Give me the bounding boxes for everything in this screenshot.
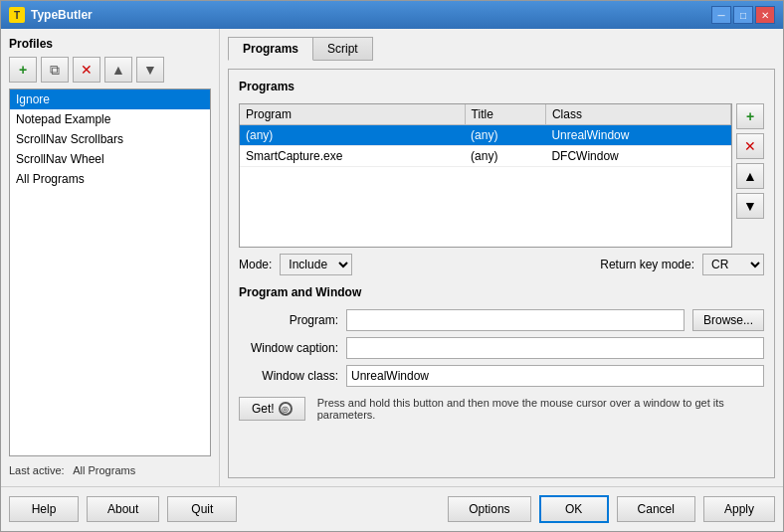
last-active: Last active: All Programs [9, 462, 211, 478]
programs-section-title: Programs [239, 80, 764, 93]
ok-button[interactable]: OK [539, 495, 609, 523]
program-window-section: Program and Window Program: Browse... Wi… [239, 285, 764, 421]
tab-content: Programs Program Title Class [228, 69, 775, 478]
tab-programs[interactable]: Programs [228, 37, 313, 61]
move-up-program-button[interactable]: ▲ [736, 163, 764, 189]
programs-table-area: Program Title Class (any) (any) [239, 103, 764, 248]
delete-profile-button[interactable]: ✕ [73, 57, 100, 83]
bottom-bar: Help About Quit Options OK Cancel Apply [1, 486, 783, 531]
title-bar-controls: ─ □ ✕ [711, 6, 775, 24]
table-buttons: + ✕ ▲ ▼ [736, 103, 764, 248]
copy-icon: ⧉ [50, 62, 60, 79]
move-down-program-button[interactable]: ▼ [736, 193, 764, 219]
last-active-label: Last active: [9, 464, 65, 476]
cell-class: UnrealWindow [545, 125, 730, 146]
app-icon: T [9, 7, 25, 23]
profiles-list: Ignore Notepad Example ScrollNav Scrollb… [9, 89, 211, 456]
apply-button[interactable]: Apply [703, 496, 775, 522]
browse-button[interactable]: Browse... [692, 309, 764, 331]
return-key-label: Return key mode: [600, 258, 694, 271]
profiles-toolbar: + ⧉ ✕ ▲ ▼ [9, 57, 211, 83]
window-caption-row: Window caption: [239, 337, 764, 359]
mode-label: Mode: [239, 258, 272, 271]
cell-title: (any) [465, 146, 545, 167]
mode-row: Mode: Include Exclude Return key mode: C… [239, 254, 764, 275]
profile-item-scrollnav-wheel[interactable]: ScrollNav Wheel [10, 149, 210, 169]
close-button[interactable]: ✕ [755, 6, 775, 24]
options-button[interactable]: Options [448, 496, 530, 522]
col-title: Title [465, 104, 545, 125]
program-input[interactable] [346, 309, 685, 331]
window-class-row: Window class: [239, 365, 764, 387]
get-hint: Press and hold this button and then move… [317, 397, 764, 421]
tab-script[interactable]: Script [312, 37, 373, 61]
program-window-section-title: Program and Window [239, 285, 764, 299]
window-title: TypeButler [31, 8, 93, 22]
programs-table-wrapper: Program Title Class (any) (any) [239, 103, 732, 248]
move-down-profile-button[interactable]: ▼ [136, 57, 164, 83]
profile-item-notepad[interactable]: Notepad Example [10, 109, 210, 129]
return-key-select[interactable]: CR LF CRLF [702, 254, 764, 275]
right-panel: Programs Script Programs Program Ti [220, 29, 783, 486]
col-program: Program [240, 104, 465, 125]
get-button[interactable]: Get! ◎ [239, 397, 305, 421]
arrow-down-icon: ▼ [143, 62, 157, 78]
profiles-header: Profiles [9, 37, 211, 51]
arrow-up-icon: ▲ [111, 62, 125, 78]
minimize-button[interactable]: ─ [711, 6, 731, 24]
return-key-section: Return key mode: CR LF CRLF [600, 254, 764, 275]
table-row[interactable]: SmartCapture.exe (any) DFCWindow [240, 146, 731, 167]
table-header-row: Program Title Class [240, 104, 731, 125]
quit-button[interactable]: Quit [167, 496, 237, 522]
col-class: Class [545, 104, 730, 125]
maximize-button[interactable]: □ [733, 6, 753, 24]
window-caption-label: Window caption: [239, 341, 338, 355]
main-window: T TypeButler ─ □ ✕ Profiles + ⧉ ✕ [0, 0, 784, 532]
window-class-input[interactable] [346, 365, 764, 387]
add-profile-button[interactable]: + [9, 57, 37, 83]
get-button-label: Get! [252, 402, 275, 416]
about-button[interactable]: About [87, 496, 159, 522]
cancel-button[interactable]: Cancel [617, 496, 695, 522]
last-active-value: All Programs [73, 464, 135, 476]
window-caption-input[interactable] [346, 337, 764, 359]
profile-item-all-programs[interactable]: All Programs [10, 169, 210, 189]
programs-table: Program Title Class (any) (any) [240, 104, 731, 167]
table-row[interactable]: (any) (any) UnrealWindow [240, 125, 731, 146]
add-program-button[interactable]: + [736, 103, 764, 129]
tabs-bar: Programs Script [228, 37, 775, 61]
title-bar-left: T TypeButler [9, 7, 93, 23]
delete-program-button[interactable]: ✕ [736, 133, 764, 159]
copy-profile-button[interactable]: ⧉ [41, 57, 69, 83]
plus-icon: + [19, 62, 27, 78]
cell-program: SmartCapture.exe [240, 146, 465, 167]
main-content: Profiles + ⧉ ✕ ▲ ▼ Ignore [1, 29, 783, 486]
cell-class: DFCWindow [545, 146, 730, 167]
target-icon: ◎ [279, 402, 293, 416]
delete-icon: ✕ [81, 62, 93, 78]
program-row: Program: Browse... [239, 309, 764, 331]
get-row: Get! ◎ Press and hold this button and th… [239, 397, 764, 421]
window-class-label: Window class: [239, 369, 338, 383]
cell-program: (any) [240, 125, 465, 146]
mode-select[interactable]: Include Exclude [280, 254, 352, 275]
left-panel: Profiles + ⧉ ✕ ▲ ▼ Ignore [1, 29, 220, 486]
programs-section: Programs Program Title Class [239, 80, 764, 275]
help-button[interactable]: Help [9, 496, 79, 522]
title-bar: T TypeButler ─ □ ✕ [1, 1, 783, 29]
cell-title: (any) [465, 125, 545, 146]
profile-item-scrollnav-scrollbars[interactable]: ScrollNav Scrollbars [10, 129, 210, 149]
move-up-profile-button[interactable]: ▲ [104, 57, 132, 83]
program-label: Program: [239, 313, 338, 327]
profile-item-ignore[interactable]: Ignore [10, 89, 210, 109]
